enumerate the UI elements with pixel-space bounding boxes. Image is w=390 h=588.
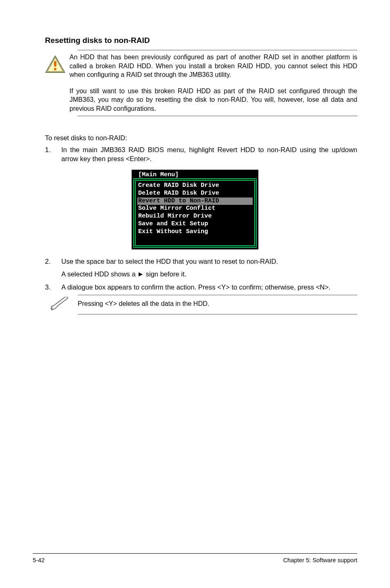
page-container: Resetting disks to non-RAID An HDD that … (0, 0, 390, 588)
step-number: 3. (45, 283, 61, 292)
divider (78, 314, 357, 314)
divider (78, 295, 357, 295)
menu-item-revert-selected: Revert HDD to Non-RAID (137, 197, 253, 205)
step-1: 1. In the main JMB363 RAID BIOS menu, hi… (33, 145, 357, 164)
terminal-screenshot: [Main Menu] Create RAID Disk Drive Delet… (33, 170, 357, 249)
menu-item-exit-nosave: Exit Without Saving (137, 228, 253, 236)
warning-icon-cell (33, 53, 69, 73)
warning-callout: An HDD that has been previously configur… (33, 53, 357, 113)
page-footer: 5-42 Chapter 5: Software support (33, 553, 357, 563)
step-body: Use the space bar to select the HDD that… (61, 257, 357, 278)
divider (78, 116, 357, 116)
menu-item-save-exit: Save and Exit Setup (137, 220, 253, 228)
section-heading: Resetting disks to non-RAID (33, 36, 357, 45)
step-number: 2. (45, 257, 61, 278)
step-body: In the main JMB363 RAID BIOS menu, highl… (61, 145, 357, 164)
warning-p1: An HDD that has been previously configur… (69, 53, 357, 79)
step-2-line-2: A selected HDD shows a sign before it. (61, 269, 357, 278)
menu-inner-border: Create RAID Disk Drive Delete RAID Disk … (135, 180, 255, 246)
page-number: 5-42 (33, 557, 45, 563)
warning-text: An HDD that has been previously configur… (69, 53, 357, 113)
menu-title: [Main Menu] (133, 171, 257, 178)
menu-item-solve: Solve Mirror Conflict (137, 205, 253, 213)
menu-item-create: Create RAID Disk Drive (137, 182, 253, 190)
divider (78, 50, 357, 50)
step-2-prefix: A selected HDD shows a (61, 270, 136, 278)
pencil-note-icon (49, 297, 69, 311)
note-icon-cell (41, 297, 78, 311)
menu-outer-border: Create RAID Disk Drive Delete RAID Disk … (133, 178, 257, 248)
svg-point-3 (54, 68, 56, 70)
menu-item-rebuild: Rebuild Mirror Drive (137, 213, 253, 220)
svg-marker-4 (139, 272, 143, 276)
warning-p2: If you still want to use this broken RAI… (69, 87, 357, 113)
step-number: 1. (45, 145, 61, 164)
step-2-line-1: Use the space bar to select the HDD that… (61, 257, 357, 266)
step-body: A dialogue box appears to confirm the ac… (61, 283, 357, 292)
menu-item-delete: Delete RAID Disk Drive (137, 190, 253, 197)
main-menu-terminal: [Main Menu] Create RAID Disk Drive Delet… (132, 170, 258, 249)
note-callout: Pressing <Y> deletes all the data in the… (33, 297, 357, 311)
step-3: 3. A dialogue box appears to confirm the… (33, 283, 357, 292)
svg-rect-2 (54, 61, 56, 67)
step-2-suffix: sign before it. (146, 270, 186, 278)
step-2: 2. Use the space bar to select the HDD t… (33, 257, 357, 278)
warning-triangle-icon (45, 55, 65, 73)
chapter-label: Chapter 5: Software support (283, 557, 357, 563)
triangle-right-icon (138, 270, 145, 278)
intro-text: To reset disks to non-RAID: (33, 134, 357, 142)
note-text: Pressing <Y> deletes all the data in the… (78, 300, 209, 307)
